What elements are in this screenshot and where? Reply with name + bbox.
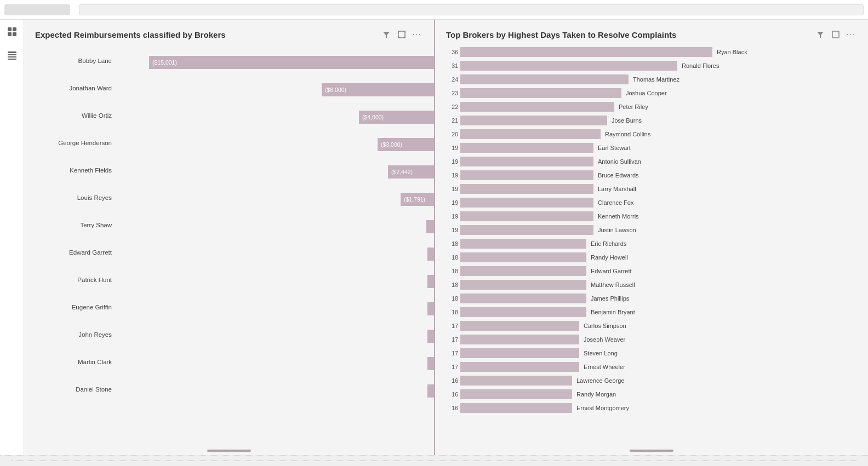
- right-bar-row: 17Steven Long: [435, 346, 868, 360]
- left-bar-fill: ($1,791): [401, 193, 434, 206]
- left-chart-body: Bobby Lane($15,001)Jonathan Ward($6,000)…: [24, 45, 434, 448]
- left-bar-container: [117, 216, 434, 234]
- right-bar-name: Ernest Wheeler: [579, 364, 625, 370]
- right-bar-row: 16Ernest Montgomery: [435, 401, 868, 415]
- right-bar-row: 31Ronald Flores: [435, 59, 868, 72]
- right-bar-row: 20Raymond Collins: [435, 127, 868, 141]
- right-bar-fill: [460, 403, 572, 413]
- right-bar-fill: [460, 239, 586, 249]
- right-bar-name: Joseph Weaver: [579, 336, 625, 343]
- right-filter-icon[interactable]: [814, 28, 826, 41]
- right-bar-name: Carlos Simpson: [579, 323, 626, 329]
- grid-icon[interactable]: [4, 24, 20, 39]
- left-expand-icon[interactable]: [396, 28, 408, 41]
- svg-rect-7: [8, 59, 16, 60]
- right-bar-name: Jose Burns: [607, 117, 642, 124]
- right-bar-fill: [460, 102, 614, 112]
- right-bar-fill: [460, 198, 593, 208]
- right-bar-name: Ronald Flores: [677, 62, 719, 69]
- left-bar-row: Edward Garrett: [24, 239, 434, 266]
- right-bar-row: 18Eric Richards: [435, 237, 868, 250]
- svg-marker-8: [383, 32, 390, 38]
- left-bar-label: Louis Reyes: [30, 194, 117, 201]
- right-bar-value-label: 31: [441, 62, 460, 69]
- left-bar-row: Eugene Griffin: [24, 294, 434, 321]
- right-bar-value-label: 18: [441, 254, 460, 261]
- svg-rect-11: [832, 31, 839, 38]
- right-bar-fill: [460, 280, 586, 290]
- left-bar-fill: [427, 275, 434, 288]
- right-bar-name: Raymond Collins: [601, 131, 650, 137]
- right-bar-value-label: 23: [441, 90, 460, 96]
- right-bar-row: 21Jose Burns: [435, 113, 868, 127]
- left-bar-container: ($4,000): [117, 107, 434, 124]
- left-bar-container: [117, 326, 434, 343]
- right-bar-fill: [460, 376, 572, 386]
- right-bar-value-label: 18: [441, 240, 460, 247]
- left-more-icon[interactable]: ···: [411, 28, 423, 41]
- left-bar-container: ($1,791): [117, 189, 434, 206]
- right-bar-row: 17Ernest Wheeler: [435, 360, 868, 373]
- table-icon[interactable]: [4, 48, 20, 64]
- right-bar-row: 16Lawrence George: [435, 373, 868, 387]
- svg-rect-9: [398, 31, 405, 38]
- left-bar-container: [117, 381, 434, 398]
- left-bar-fill: [427, 357, 434, 370]
- left-bar-label: Edward Garrett: [30, 249, 117, 256]
- svg-marker-10: [817, 32, 824, 38]
- left-chart-panel: Expected Reimbursements classified by Br…: [24, 20, 435, 455]
- right-bar-name: Benjamin Bryant: [586, 309, 635, 315]
- left-bar-value: ($1,791): [404, 196, 425, 203]
- right-bar-name: Edward Garrett: [586, 268, 632, 274]
- left-bar-container: ($15,001): [117, 52, 434, 70]
- right-chart-controls: ···: [814, 28, 857, 41]
- left-bar-label: Daniel Stone: [30, 386, 117, 393]
- left-bar-row: Jonathan Ward($6,000): [24, 74, 434, 102]
- right-bar-value-label: 19: [441, 186, 460, 192]
- right-bar-row: 19Kenneth Morris: [435, 209, 868, 223]
- right-expand-icon[interactable]: [830, 28, 842, 41]
- left-bar-value: ($4,000): [362, 114, 384, 120]
- left-bar-fill: ($4,000): [359, 111, 434, 124]
- left-bar-container: [117, 298, 434, 316]
- right-bar-value-label: 16: [441, 391, 460, 398]
- right-bar-name: Joshua Cooper: [621, 90, 667, 96]
- right-more-icon[interactable]: ···: [845, 28, 857, 41]
- right-bar-value-label: 17: [441, 364, 460, 370]
- svg-rect-6: [8, 56, 16, 57]
- svg-rect-5: [8, 54, 16, 55]
- left-bar-row: Bobby Lane($15,001): [24, 47, 434, 74]
- right-bar-row: 22Peter Riley: [435, 100, 868, 113]
- right-bar-row: 17Carlos Simpson: [435, 319, 868, 332]
- right-bar-fill: [460, 321, 579, 331]
- bottom-bar: [0, 455, 868, 466]
- right-bar-row: 23Joshua Cooper: [435, 86, 868, 100]
- right-bar-value-label: 17: [441, 336, 460, 343]
- right-bar-name: Thomas Martinez: [629, 76, 679, 83]
- left-bar-value: ($3,000): [381, 141, 402, 148]
- right-bar-name: Randy Morgan: [572, 391, 616, 398]
- right-bar-row: 19Justin Lawson: [435, 223, 868, 237]
- right-bar-value-label: 21: [441, 117, 460, 124]
- left-bar-row: Daniel Stone: [24, 376, 434, 403]
- right-bar-name: Ernest Montgomery: [572, 405, 629, 411]
- left-bar-label: Willie Ortiz: [30, 112, 117, 119]
- right-bar-row: 17Joseph Weaver: [435, 332, 868, 346]
- left-bar-label: Martin Clark: [30, 359, 117, 365]
- left-bar-label: Patrick Hunt: [30, 277, 117, 283]
- left-bar-container: ($2,442): [117, 162, 434, 179]
- left-bar-fill: [427, 384, 434, 398]
- right-bar-name: Kenneth Morris: [593, 213, 639, 220]
- left-bar-label: Jonathan Ward: [30, 85, 117, 91]
- right-bar-name: Antonio Sullivan: [593, 158, 641, 165]
- right-bar-value-label: 18: [441, 295, 460, 302]
- right-bar-value-label: 19: [441, 145, 460, 151]
- right-bar-fill: [460, 389, 572, 399]
- left-bar-fill: ($6,000): [322, 83, 434, 96]
- left-bar-container: ($3,000): [117, 134, 434, 152]
- right-bar-fill: [460, 143, 593, 153]
- left-bar-row: Louis Reyes($1,791): [24, 184, 434, 211]
- left-filter-icon[interactable]: [380, 28, 392, 41]
- right-bar-name: Matthew Russell: [586, 281, 635, 288]
- svg-rect-1: [13, 27, 16, 31]
